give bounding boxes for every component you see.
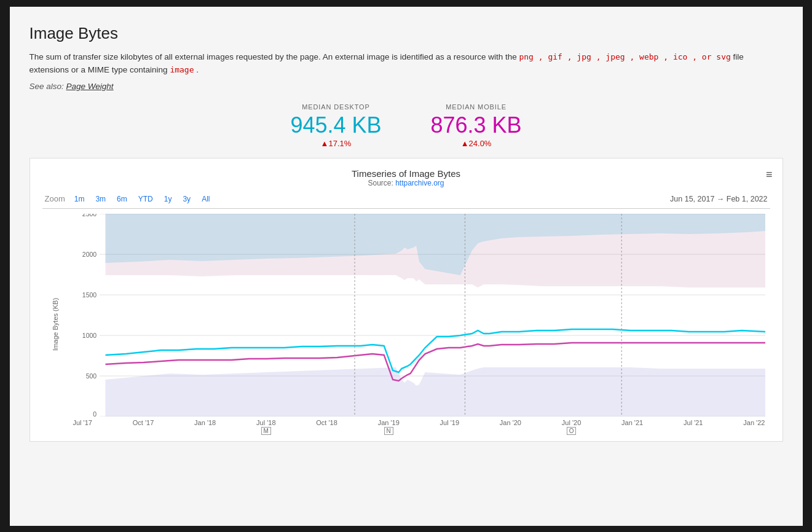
x-label-jan19: Jan '19N (378, 419, 400, 435)
x-label-jul20: Jul '20O (562, 419, 581, 435)
x-label-jan21: Jan '21 (621, 419, 643, 435)
svg-text:1000: 1000 (82, 331, 96, 338)
main-container: Image Bytes The sum of transfer size kil… (10, 7, 803, 526)
x-label-jan20: Jan '20 (500, 419, 521, 435)
zoom-all[interactable]: All (197, 194, 214, 205)
mobile-change: ▲24.0% (431, 139, 522, 148)
source-link[interactable]: httparchive.org (395, 179, 444, 187)
page-title: Image Bytes (30, 24, 783, 43)
zoom-1y[interactable]: 1y (160, 194, 176, 205)
x-label-jul19: Jul '19 (440, 419, 459, 435)
x-label-jul17: Jul '17 (73, 419, 92, 435)
svg-text:2000: 2000 (82, 250, 96, 257)
chart-area: Image Bytes (KB) 2500 2000 1500 1000 500 (42, 214, 770, 435)
svg-text:0: 0 (93, 410, 97, 416)
zoom-6m[interactable]: 6m (112, 194, 132, 205)
chart-container: ≡ Timeseries of Image Bytes Source: http… (30, 158, 783, 442)
code-mime: image (170, 65, 194, 74)
hamburger-icon[interactable]: ≡ (766, 168, 773, 181)
zoom-3m[interactable]: 3m (91, 194, 110, 205)
mobile-metric: MEDIAN MOBILE 876.3 KB ▲24.0% (431, 103, 522, 148)
desktop-change: ▲17.1% (290, 139, 381, 148)
svg-text:2500: 2500 (82, 214, 96, 217)
mobile-value: 876.3 KB (431, 113, 522, 138)
svg-text:1500: 1500 (82, 291, 96, 298)
page-weight-link[interactable]: Page Weight (66, 82, 114, 91)
x-label-jan22: Jan '22 (743, 419, 765, 435)
x-label-jul21: Jul '21 (684, 419, 703, 435)
desktop-value: 945.4 KB (290, 113, 381, 138)
date-range: Jun 15, 2017 → Feb 1, 2022 (670, 195, 767, 203)
desktop-metric: MEDIAN DESKTOP 945.4 KB ▲17.1% (290, 103, 381, 148)
see-also: See also: Page Weight (30, 82, 783, 91)
zoom-3y[interactable]: 3y (178, 194, 195, 205)
zoom-label: Zoom (45, 194, 65, 203)
chart-svg: 2500 2000 1500 1000 500 0 (73, 214, 765, 417)
svg-text:500: 500 (85, 372, 97, 379)
page-description: The sum of transfer size kilobytes of al… (30, 50, 783, 77)
chart-source: Source: httparchive.org (42, 179, 770, 187)
desktop-label: MEDIAN DESKTOP (290, 103, 381, 111)
metrics-row: MEDIAN DESKTOP 945.4 KB ▲17.1% MEDIAN MO… (30, 103, 783, 148)
x-label-oct18: Oct '18 (316, 419, 337, 435)
chart-title: Timeseries of Image Bytes (42, 168, 770, 179)
x-label-oct17: Oct '17 (133, 419, 154, 435)
x-label-jul18: Jul '18M (256, 419, 275, 435)
zoom-bar: Zoom 1m 3m 6m YTD 1y 3y All Jun 15, 2017… (42, 194, 770, 205)
zoom-controls: Zoom 1m 3m 6m YTD 1y 3y All (45, 194, 215, 205)
chart-header: Timeseries of Image Bytes Source: httpar… (42, 168, 770, 187)
chart-divider (42, 208, 770, 209)
code-extensions: png , gif , jpg , jpeg , webp , ico , or… (519, 52, 730, 61)
mobile-label: MEDIAN MOBILE (431, 103, 522, 111)
zoom-ytd[interactable]: YTD (134, 194, 157, 205)
zoom-1m[interactable]: 1m (70, 194, 89, 205)
x-label-jan18: Jan '18 (194, 419, 216, 435)
y-axis-label: Image Bytes (KB) (52, 298, 59, 351)
